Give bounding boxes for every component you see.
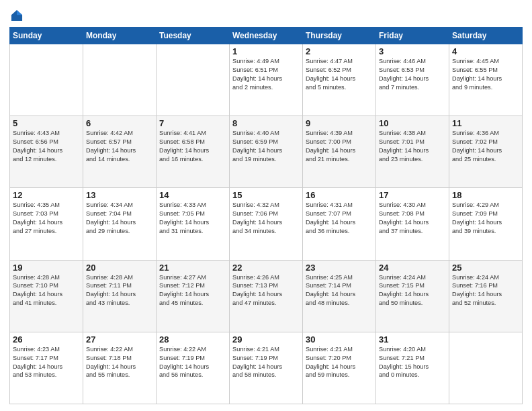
calendar-cell: 23Sunrise: 4:25 AMSunset: 7:14 PMDayligh… <box>303 260 376 332</box>
day-number: 10 <box>379 118 446 128</box>
daylight-text: Daylight: 14 hours <box>13 219 62 226</box>
calendar-cell: 29Sunrise: 4:21 AMSunset: 7:19 PMDayligh… <box>230 332 303 404</box>
daylight-text: and 43 minutes. <box>86 300 130 306</box>
sunset-text: Sunset: 7:20 PM <box>306 355 351 361</box>
daylight-text: Daylight: 14 hours <box>232 363 282 370</box>
daylight-text: and 45 minutes. <box>159 300 203 306</box>
calendar-cell: 3Sunrise: 4:46 AMSunset: 6:53 PMDaylight… <box>376 44 449 116</box>
calendar-cell: 27Sunrise: 4:22 AMSunset: 7:18 PMDayligh… <box>83 332 157 404</box>
daylight-text: Daylight: 14 hours <box>306 219 355 226</box>
calendar-week-4: 19Sunrise: 4:28 AMSunset: 7:10 PMDayligh… <box>10 260 523 332</box>
sunset-text: Sunset: 7:19 PM <box>232 355 278 361</box>
day-number: 24 <box>379 263 446 273</box>
calendar-cell: 16Sunrise: 4:31 AMSunset: 7:07 PMDayligh… <box>303 188 376 260</box>
daylight-text: and 21 minutes. <box>306 156 349 163</box>
day-number: 7 <box>159 118 226 128</box>
day-info: Sunrise: 4:38 AMSunset: 7:01 PMDaylight:… <box>379 129 446 164</box>
daylight-text: and 12 minutes. <box>13 156 56 163</box>
sunset-text: Sunset: 6:51 PM <box>232 66 278 73</box>
calendar-table: Sunday Monday Tuesday Wednesday Thursday… <box>9 27 523 404</box>
daylight-text: Daylight: 14 hours <box>452 75 502 82</box>
day-info: Sunrise: 4:28 AMSunset: 7:11 PMDaylight:… <box>86 273 153 308</box>
day-number: 4 <box>452 46 519 56</box>
daylight-text: and 14 minutes. <box>86 156 130 163</box>
svg-marker-1 <box>17 10 22 15</box>
calendar-week-2: 5Sunrise: 4:43 AMSunset: 6:56 PMDaylight… <box>10 116 523 188</box>
calendar-week-1: 1Sunrise: 4:49 AMSunset: 6:51 PMDaylight… <box>10 44 523 116</box>
daylight-text: and 34 minutes. <box>232 228 276 234</box>
sunrise-text: Sunrise: 4:24 AM <box>452 274 499 281</box>
calendar-cell: 28Sunrise: 4:22 AMSunset: 7:19 PMDayligh… <box>157 332 230 404</box>
day-info: Sunrise: 4:36 AMSunset: 7:02 PMDaylight:… <box>452 129 519 164</box>
daylight-text: and 29 minutes. <box>86 228 130 234</box>
sunset-text: Sunset: 7:08 PM <box>379 210 425 217</box>
daylight-text: Daylight: 14 hours <box>159 363 209 370</box>
daylight-text: Daylight: 14 hours <box>13 363 62 370</box>
sunset-text: Sunset: 7:02 PM <box>452 138 498 145</box>
calendar-week-5: 26Sunrise: 4:23 AMSunset: 7:17 PMDayligh… <box>10 332 523 404</box>
daylight-text: Daylight: 14 hours <box>452 219 502 226</box>
sunset-text: Sunset: 7:17 PM <box>13 355 58 361</box>
calendar-cell: 4Sunrise: 4:45 AMSunset: 6:55 PMDaylight… <box>449 44 523 116</box>
day-number: 28 <box>159 334 226 345</box>
sunrise-text: Sunrise: 4:26 AM <box>232 274 279 281</box>
sunrise-text: Sunrise: 4:21 AM <box>232 346 279 353</box>
daylight-text: Daylight: 15 hours <box>379 363 429 370</box>
sunrise-text: Sunrise: 4:42 AM <box>86 130 133 136</box>
day-number: 3 <box>379 46 446 56</box>
daylight-text: and 55 minutes. <box>86 371 130 378</box>
daylight-text: Daylight: 14 hours <box>13 147 62 154</box>
col-wednesday: Wednesday <box>230 28 303 44</box>
daylight-text: Daylight: 14 hours <box>306 147 355 154</box>
day-number: 12 <box>13 190 80 200</box>
sunset-text: Sunset: 7:00 PM <box>306 138 351 145</box>
sunset-text: Sunset: 6:57 PM <box>86 138 132 145</box>
daylight-text: and 5 minutes. <box>306 84 346 91</box>
daylight-text: and 0 minutes. <box>379 371 419 378</box>
calendar-cell <box>157 44 230 116</box>
day-number: 11 <box>452 118 519 128</box>
day-info: Sunrise: 4:24 AMSunset: 7:16 PMDaylight:… <box>452 273 519 308</box>
calendar-cell: 17Sunrise: 4:30 AMSunset: 7:08 PMDayligh… <box>376 188 449 260</box>
daylight-text: Daylight: 14 hours <box>86 147 136 154</box>
daylight-text: Daylight: 14 hours <box>159 291 209 298</box>
sunrise-text: Sunrise: 4:39 AM <box>306 130 353 136</box>
day-info: Sunrise: 4:45 AMSunset: 6:55 PMDaylight:… <box>452 57 519 92</box>
daylight-text: and 53 minutes. <box>13 371 56 378</box>
day-number: 1 <box>232 46 300 56</box>
daylight-text: and 31 minutes. <box>159 228 203 234</box>
calendar-cell: 11Sunrise: 4:36 AMSunset: 7:02 PMDayligh… <box>449 116 523 188</box>
daylight-text: Daylight: 14 hours <box>159 147 209 154</box>
sunset-text: Sunset: 7:07 PM <box>306 210 351 217</box>
day-info: Sunrise: 4:42 AMSunset: 6:57 PMDaylight:… <box>86 129 153 164</box>
daylight-text: Daylight: 14 hours <box>86 363 136 370</box>
col-friday: Friday <box>376 28 449 44</box>
day-info: Sunrise: 4:23 AMSunset: 7:17 PMDaylight:… <box>13 345 80 380</box>
daylight-text: and 37 minutes. <box>379 228 423 234</box>
logo <box>9 8 27 23</box>
day-number: 6 <box>86 118 153 128</box>
sunrise-text: Sunrise: 4:36 AM <box>452 130 499 136</box>
calendar-week-3: 12Sunrise: 4:35 AMSunset: 7:03 PMDayligh… <box>10 188 523 260</box>
daylight-text: Daylight: 14 hours <box>379 291 429 298</box>
calendar-cell: 26Sunrise: 4:23 AMSunset: 7:17 PMDayligh… <box>10 332 83 404</box>
daylight-text: and 39 minutes. <box>452 228 496 234</box>
day-info: Sunrise: 4:22 AMSunset: 7:19 PMDaylight:… <box>159 345 226 380</box>
daylight-text: Daylight: 14 hours <box>86 219 136 226</box>
daylight-text: Daylight: 14 hours <box>86 291 136 298</box>
day-number: 18 <box>452 190 519 200</box>
sunset-text: Sunset: 7:14 PM <box>306 282 351 289</box>
col-monday: Monday <box>83 28 157 44</box>
calendar-cell: 7Sunrise: 4:41 AMSunset: 6:58 PMDaylight… <box>157 116 230 188</box>
calendar-cell <box>449 332 523 404</box>
day-info: Sunrise: 4:26 AMSunset: 7:13 PMDaylight:… <box>232 273 300 308</box>
daylight-text: and 41 minutes. <box>13 300 56 306</box>
daylight-text: and 36 minutes. <box>306 228 349 234</box>
day-info: Sunrise: 4:31 AMSunset: 7:07 PMDaylight:… <box>306 201 373 236</box>
calendar-cell: 9Sunrise: 4:39 AMSunset: 7:00 PMDaylight… <box>303 116 376 188</box>
day-number: 26 <box>13 334 80 345</box>
day-info: Sunrise: 4:21 AMSunset: 7:19 PMDaylight:… <box>232 345 300 380</box>
day-info: Sunrise: 4:49 AMSunset: 6:51 PMDaylight:… <box>232 57 300 92</box>
day-number: 29 <box>232 334 300 345</box>
calendar-cell: 21Sunrise: 4:27 AMSunset: 7:12 PMDayligh… <box>157 260 230 332</box>
